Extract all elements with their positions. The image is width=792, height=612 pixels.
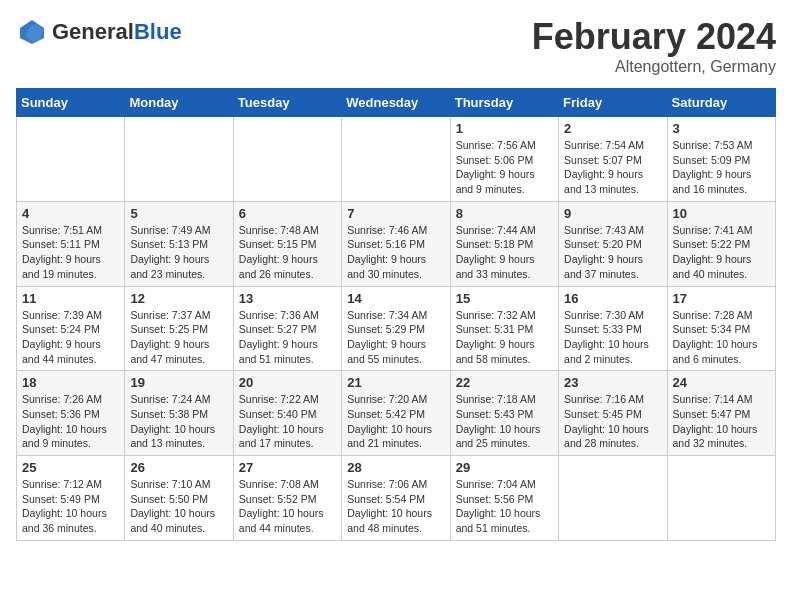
weekday-header-monday: Monday bbox=[125, 89, 233, 117]
day-number: 7 bbox=[347, 206, 444, 221]
day-cell: 7Sunrise: 7:46 AM Sunset: 5:16 PM Daylig… bbox=[342, 201, 450, 286]
day-info: Sunrise: 7:28 AM Sunset: 5:34 PM Dayligh… bbox=[673, 308, 770, 367]
day-cell: 20Sunrise: 7:22 AM Sunset: 5:40 PM Dayli… bbox=[233, 371, 341, 456]
day-number: 2 bbox=[564, 121, 661, 136]
logo-icon bbox=[16, 16, 48, 48]
day-cell: 18Sunrise: 7:26 AM Sunset: 5:36 PM Dayli… bbox=[17, 371, 125, 456]
day-info: Sunrise: 7:39 AM Sunset: 5:24 PM Dayligh… bbox=[22, 308, 119, 367]
day-info: Sunrise: 7:34 AM Sunset: 5:29 PM Dayligh… bbox=[347, 308, 444, 367]
logo: General Blue bbox=[16, 16, 182, 48]
day-info: Sunrise: 7:41 AM Sunset: 5:22 PM Dayligh… bbox=[673, 223, 770, 282]
day-number: 17 bbox=[673, 291, 770, 306]
day-cell: 19Sunrise: 7:24 AM Sunset: 5:38 PM Dayli… bbox=[125, 371, 233, 456]
day-cell: 14Sunrise: 7:34 AM Sunset: 5:29 PM Dayli… bbox=[342, 286, 450, 371]
day-info: Sunrise: 7:53 AM Sunset: 5:09 PM Dayligh… bbox=[673, 138, 770, 197]
week-row-5: 25Sunrise: 7:12 AM Sunset: 5:49 PM Dayli… bbox=[17, 456, 776, 541]
location-title: Altengottern, Germany bbox=[532, 58, 776, 76]
day-info: Sunrise: 7:32 AM Sunset: 5:31 PM Dayligh… bbox=[456, 308, 553, 367]
weekday-header-friday: Friday bbox=[559, 89, 667, 117]
day-number: 6 bbox=[239, 206, 336, 221]
weekday-header-row: SundayMondayTuesdayWednesdayThursdayFrid… bbox=[17, 89, 776, 117]
day-cell: 24Sunrise: 7:14 AM Sunset: 5:47 PM Dayli… bbox=[667, 371, 775, 456]
week-row-3: 11Sunrise: 7:39 AM Sunset: 5:24 PM Dayli… bbox=[17, 286, 776, 371]
day-info: Sunrise: 7:37 AM Sunset: 5:25 PM Dayligh… bbox=[130, 308, 227, 367]
day-info: Sunrise: 7:18 AM Sunset: 5:43 PM Dayligh… bbox=[456, 392, 553, 451]
day-info: Sunrise: 7:04 AM Sunset: 5:56 PM Dayligh… bbox=[456, 477, 553, 536]
day-info: Sunrise: 7:14 AM Sunset: 5:47 PM Dayligh… bbox=[673, 392, 770, 451]
day-info: Sunrise: 7:43 AM Sunset: 5:20 PM Dayligh… bbox=[564, 223, 661, 282]
week-row-4: 18Sunrise: 7:26 AM Sunset: 5:36 PM Dayli… bbox=[17, 371, 776, 456]
day-cell: 29Sunrise: 7:04 AM Sunset: 5:56 PM Dayli… bbox=[450, 456, 558, 541]
day-number: 4 bbox=[22, 206, 119, 221]
day-info: Sunrise: 7:22 AM Sunset: 5:40 PM Dayligh… bbox=[239, 392, 336, 451]
day-cell: 2Sunrise: 7:54 AM Sunset: 5:07 PM Daylig… bbox=[559, 117, 667, 202]
weekday-header-saturday: Saturday bbox=[667, 89, 775, 117]
month-title: February 2024 bbox=[532, 16, 776, 58]
day-info: Sunrise: 7:36 AM Sunset: 5:27 PM Dayligh… bbox=[239, 308, 336, 367]
day-cell: 22Sunrise: 7:18 AM Sunset: 5:43 PM Dayli… bbox=[450, 371, 558, 456]
day-number: 29 bbox=[456, 460, 553, 475]
day-info: Sunrise: 7:06 AM Sunset: 5:54 PM Dayligh… bbox=[347, 477, 444, 536]
day-info: Sunrise: 7:30 AM Sunset: 5:33 PM Dayligh… bbox=[564, 308, 661, 367]
day-cell: 28Sunrise: 7:06 AM Sunset: 5:54 PM Dayli… bbox=[342, 456, 450, 541]
day-info: Sunrise: 7:12 AM Sunset: 5:49 PM Dayligh… bbox=[22, 477, 119, 536]
day-cell bbox=[667, 456, 775, 541]
day-number: 10 bbox=[673, 206, 770, 221]
day-number: 12 bbox=[130, 291, 227, 306]
day-info: Sunrise: 7:20 AM Sunset: 5:42 PM Dayligh… bbox=[347, 392, 444, 451]
day-cell bbox=[342, 117, 450, 202]
day-cell: 26Sunrise: 7:10 AM Sunset: 5:50 PM Dayli… bbox=[125, 456, 233, 541]
weekday-header-thursday: Thursday bbox=[450, 89, 558, 117]
day-cell bbox=[233, 117, 341, 202]
day-number: 27 bbox=[239, 460, 336, 475]
day-number: 9 bbox=[564, 206, 661, 221]
day-cell bbox=[125, 117, 233, 202]
day-info: Sunrise: 7:26 AM Sunset: 5:36 PM Dayligh… bbox=[22, 392, 119, 451]
day-info: Sunrise: 7:44 AM Sunset: 5:18 PM Dayligh… bbox=[456, 223, 553, 282]
day-number: 18 bbox=[22, 375, 119, 390]
day-cell: 3Sunrise: 7:53 AM Sunset: 5:09 PM Daylig… bbox=[667, 117, 775, 202]
day-info: Sunrise: 7:46 AM Sunset: 5:16 PM Dayligh… bbox=[347, 223, 444, 282]
day-cell bbox=[559, 456, 667, 541]
day-info: Sunrise: 7:49 AM Sunset: 5:13 PM Dayligh… bbox=[130, 223, 227, 282]
day-info: Sunrise: 7:54 AM Sunset: 5:07 PM Dayligh… bbox=[564, 138, 661, 197]
day-cell: 13Sunrise: 7:36 AM Sunset: 5:27 PM Dayli… bbox=[233, 286, 341, 371]
day-number: 14 bbox=[347, 291, 444, 306]
page-header: General Blue February 2024 Altengottern,… bbox=[16, 16, 776, 76]
day-info: Sunrise: 7:56 AM Sunset: 5:06 PM Dayligh… bbox=[456, 138, 553, 197]
day-number: 19 bbox=[130, 375, 227, 390]
day-number: 11 bbox=[22, 291, 119, 306]
day-number: 21 bbox=[347, 375, 444, 390]
day-number: 23 bbox=[564, 375, 661, 390]
day-cell: 23Sunrise: 7:16 AM Sunset: 5:45 PM Dayli… bbox=[559, 371, 667, 456]
day-number: 22 bbox=[456, 375, 553, 390]
day-cell: 1Sunrise: 7:56 AM Sunset: 5:06 PM Daylig… bbox=[450, 117, 558, 202]
day-info: Sunrise: 7:08 AM Sunset: 5:52 PM Dayligh… bbox=[239, 477, 336, 536]
day-info: Sunrise: 7:16 AM Sunset: 5:45 PM Dayligh… bbox=[564, 392, 661, 451]
logo-blue: Blue bbox=[134, 20, 182, 44]
day-cell: 15Sunrise: 7:32 AM Sunset: 5:31 PM Dayli… bbox=[450, 286, 558, 371]
day-cell: 17Sunrise: 7:28 AM Sunset: 5:34 PM Dayli… bbox=[667, 286, 775, 371]
calendar-table: SundayMondayTuesdayWednesdayThursdayFrid… bbox=[16, 88, 776, 541]
day-cell: 16Sunrise: 7:30 AM Sunset: 5:33 PM Dayli… bbox=[559, 286, 667, 371]
day-cell: 5Sunrise: 7:49 AM Sunset: 5:13 PM Daylig… bbox=[125, 201, 233, 286]
day-number: 16 bbox=[564, 291, 661, 306]
weekday-header-wednesday: Wednesday bbox=[342, 89, 450, 117]
day-cell: 4Sunrise: 7:51 AM Sunset: 5:11 PM Daylig… bbox=[17, 201, 125, 286]
day-cell: 6Sunrise: 7:48 AM Sunset: 5:15 PM Daylig… bbox=[233, 201, 341, 286]
logo-general: General bbox=[52, 20, 134, 44]
week-row-1: 1Sunrise: 7:56 AM Sunset: 5:06 PM Daylig… bbox=[17, 117, 776, 202]
title-block: February 2024 Altengottern, Germany bbox=[532, 16, 776, 76]
day-number: 28 bbox=[347, 460, 444, 475]
day-cell: 12Sunrise: 7:37 AM Sunset: 5:25 PM Dayli… bbox=[125, 286, 233, 371]
day-number: 13 bbox=[239, 291, 336, 306]
day-number: 26 bbox=[130, 460, 227, 475]
day-number: 1 bbox=[456, 121, 553, 136]
day-cell bbox=[17, 117, 125, 202]
day-cell: 25Sunrise: 7:12 AM Sunset: 5:49 PM Dayli… bbox=[17, 456, 125, 541]
day-number: 3 bbox=[673, 121, 770, 136]
day-info: Sunrise: 7:51 AM Sunset: 5:11 PM Dayligh… bbox=[22, 223, 119, 282]
day-number: 8 bbox=[456, 206, 553, 221]
day-cell: 10Sunrise: 7:41 AM Sunset: 5:22 PM Dayli… bbox=[667, 201, 775, 286]
week-row-2: 4Sunrise: 7:51 AM Sunset: 5:11 PM Daylig… bbox=[17, 201, 776, 286]
